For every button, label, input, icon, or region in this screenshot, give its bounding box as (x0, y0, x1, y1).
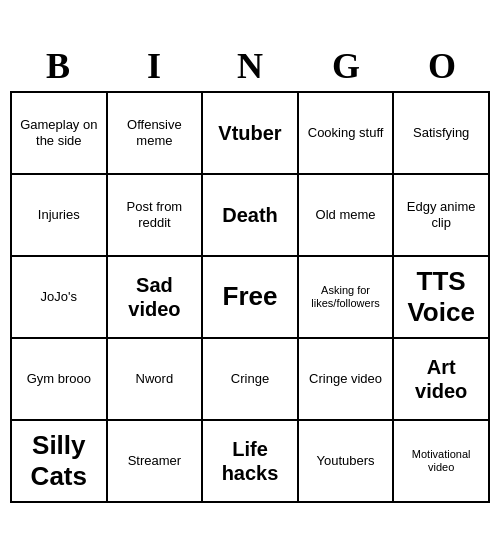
bingo-row: Silly CatsStreamerLife hacksYoutubersMot… (12, 421, 490, 503)
bingo-row: JoJo'sSad videoFreeAsking for likes/foll… (12, 257, 490, 339)
bingo-cell: Vtuber (203, 93, 299, 175)
bingo-cell: Edgy anime clip (394, 175, 490, 257)
bingo-cell: Cringe (203, 339, 299, 421)
bingo-cell: TTS Voice (394, 257, 490, 339)
bingo-cell: Post from reddit (108, 175, 204, 257)
bingo-grid: Gameplay on the sideOffensive memeVtuber… (10, 91, 490, 503)
bingo-cell: Injuries (12, 175, 108, 257)
bingo-cell: Cooking stuff (299, 93, 395, 175)
bingo-cell: Nword (108, 339, 204, 421)
bingo-title: BINGO (10, 41, 490, 91)
bingo-cell: Streamer (108, 421, 204, 503)
bingo-cell: Motivational video (394, 421, 490, 503)
bingo-cell: Offensive meme (108, 93, 204, 175)
bingo-letter: N (205, 45, 295, 87)
bingo-letter: O (397, 45, 487, 87)
bingo-cell: Art video (394, 339, 490, 421)
bingo-row: Gameplay on the sideOffensive memeVtuber… (12, 93, 490, 175)
bingo-cell: Free (203, 257, 299, 339)
bingo-cell: Gameplay on the side (12, 93, 108, 175)
bingo-cell: Death (203, 175, 299, 257)
bingo-card: BINGO Gameplay on the sideOffensive meme… (10, 41, 490, 503)
bingo-cell: Silly Cats (12, 421, 108, 503)
bingo-letter: G (301, 45, 391, 87)
bingo-cell: Gym brooo (12, 339, 108, 421)
bingo-cell: Old meme (299, 175, 395, 257)
bingo-cell: Youtubers (299, 421, 395, 503)
bingo-cell: JoJo's (12, 257, 108, 339)
bingo-row: InjuriesPost from redditDeathOld memeEdg… (12, 175, 490, 257)
bingo-cell: Asking for likes/followers (299, 257, 395, 339)
bingo-letter: B (13, 45, 103, 87)
bingo-row: Gym broooNwordCringeCringe videoArt vide… (12, 339, 490, 421)
bingo-cell: Life hacks (203, 421, 299, 503)
bingo-cell: Cringe video (299, 339, 395, 421)
bingo-cell: Sad video (108, 257, 204, 339)
bingo-letter: I (109, 45, 199, 87)
bingo-cell: Satisfying (394, 93, 490, 175)
